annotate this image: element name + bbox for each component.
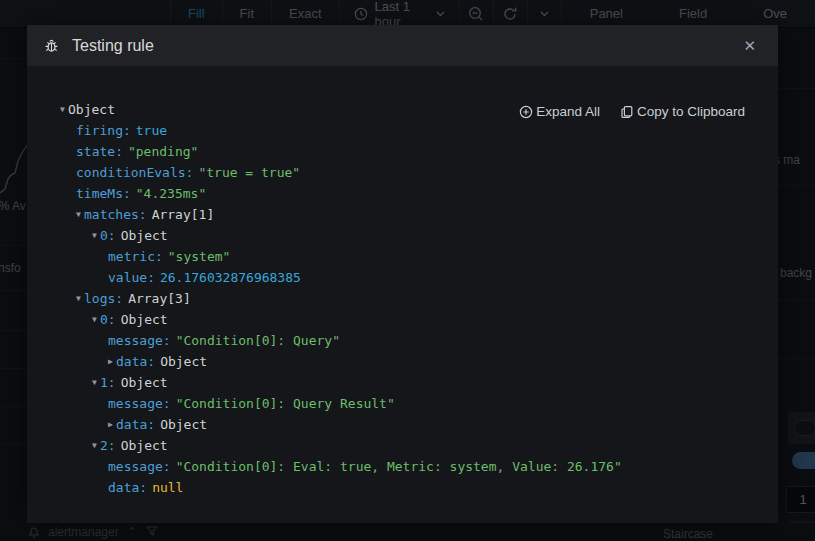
json-key: message:	[108, 330, 171, 351]
json-value-string: "Condition[0]: Query"	[176, 330, 340, 351]
json-value-label: Object	[121, 225, 168, 246]
json-tree-line: value:26.176032876968385	[27, 267, 778, 288]
json-key: timeMs:	[76, 183, 131, 204]
collapse-arrow-icon[interactable]: ▼	[92, 372, 100, 393]
screen: Fill Fit Exact Last 1 hour	[0, 0, 815, 541]
collapse-arrow-icon[interactable]: ▼	[92, 435, 100, 456]
json-tree-line: conditionEvals:"true = true"	[27, 162, 778, 183]
json-key: data:	[116, 351, 155, 372]
json-key: 0:	[100, 225, 116, 246]
json-key: metric:	[108, 246, 163, 267]
json-value-string: "pending"	[128, 141, 198, 162]
json-tree-line: timeMs:"4.235ms"	[27, 183, 778, 204]
json-key: value:	[108, 267, 155, 288]
json-key: data:	[116, 414, 155, 435]
testing-rule-modal: Testing rule ✕ Expand All Copy to	[27, 25, 778, 523]
collapse-arrow-icon[interactable]: ▼	[92, 309, 100, 330]
json-value-label: Object	[160, 351, 207, 372]
json-key: data:	[108, 477, 147, 498]
modal-body: Expand All Copy to Clipboard ▼Objectfiri…	[27, 66, 778, 523]
json-tree-line: firing:true	[27, 120, 778, 141]
json-value-null: null	[152, 477, 183, 498]
json-key: 1:	[100, 372, 116, 393]
json-tree-line: message:"Condition[0]: Query"	[27, 330, 778, 351]
json-value-label: Object	[121, 309, 168, 330]
json-value-label: Array[3]	[128, 288, 191, 309]
expand-arrow-icon[interactable]: ▶	[108, 351, 116, 372]
json-key: conditionEvals:	[76, 162, 193, 183]
json-value-label: Object	[121, 372, 168, 393]
json-value-number: 26.176032876968385	[160, 267, 301, 288]
json-tree-line[interactable]: ▼Object	[27, 99, 778, 120]
json-value-label: Object	[68, 99, 115, 120]
json-tree-line[interactable]: ▼1:Object	[27, 372, 778, 393]
json-tree-line: data:null	[27, 477, 778, 498]
bug-icon	[43, 37, 60, 54]
modal-header: Testing rule ✕	[27, 25, 778, 66]
collapse-arrow-icon[interactable]: ▼	[92, 225, 100, 246]
json-key: state:	[76, 141, 123, 162]
collapse-arrow-icon[interactable]: ▼	[76, 288, 84, 309]
collapse-arrow-icon[interactable]: ▼	[76, 204, 84, 225]
expand-arrow-icon[interactable]: ▶	[108, 414, 116, 435]
json-key: message:	[108, 456, 171, 477]
json-key: matches:	[84, 204, 147, 225]
json-key: logs:	[84, 288, 123, 309]
json-key: message:	[108, 393, 171, 414]
json-value-string: "Condition[0]: Eval: true, Metric: syste…	[176, 456, 622, 477]
json-value-bool: true	[136, 120, 167, 141]
json-value-label: Object	[160, 414, 207, 435]
json-value-string: "Condition[0]: Query Result"	[176, 393, 395, 414]
close-icon[interactable]: ✕	[737, 33, 762, 59]
json-value-string: "4.235ms"	[136, 183, 206, 204]
json-tree-line[interactable]: ▼2:Object	[27, 435, 778, 456]
json-key: firing:	[76, 120, 131, 141]
json-tree-line: state:"pending"	[27, 141, 778, 162]
modal-title: Testing rule	[72, 37, 154, 55]
json-tree-line: message:"Condition[0]: Query Result"	[27, 393, 778, 414]
json-tree: ▼Objectfiring:truestate:"pending"conditi…	[27, 99, 778, 498]
json-tree-line[interactable]: ▼0:Object	[27, 309, 778, 330]
json-value-string: "true = true"	[198, 162, 300, 183]
json-tree-line[interactable]: ▼0:Object	[27, 225, 778, 246]
json-tree-line[interactable]: ▶data:Object	[27, 414, 778, 435]
json-tree-line[interactable]: ▼logs:Array[3]	[27, 288, 778, 309]
json-tree-line: metric:"system"	[27, 246, 778, 267]
json-value-string: "system"	[168, 246, 231, 267]
json-tree-line: message:"Condition[0]: Eval: true, Metri…	[27, 456, 778, 477]
collapse-arrow-icon[interactable]: ▼	[60, 99, 68, 120]
json-tree-line[interactable]: ▼matches:Array[1]	[27, 204, 778, 225]
json-key: 2:	[100, 435, 116, 456]
json-key: 0:	[100, 309, 116, 330]
json-value-label: Array[1]	[152, 204, 215, 225]
json-tree-line[interactable]: ▶data:Object	[27, 351, 778, 372]
json-value-label: Object	[121, 435, 168, 456]
